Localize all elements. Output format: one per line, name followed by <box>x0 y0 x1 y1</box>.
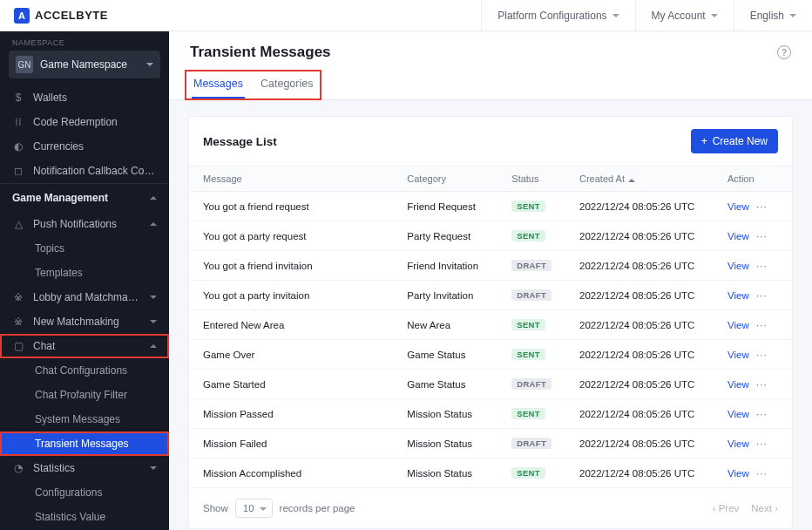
sidebar-item-statistics-value[interactable]: Statistics Value <box>0 505 169 529</box>
bell-icon: △ <box>12 218 24 230</box>
sidebar-item-code-redemption[interactable]: ⁞⁞Code Redemption <box>0 110 169 134</box>
cell-message: Game Over <box>189 340 393 370</box>
row-menu-icon[interactable]: ··· <box>754 290 769 301</box>
row-menu-icon[interactable]: ··· <box>754 409 769 419</box>
sidebar-item-statistics[interactable]: ◔Statistics <box>0 456 169 480</box>
row-menu-icon[interactable]: ··· <box>754 201 769 212</box>
sidebar-item-stats-configurations[interactable]: Configurations <box>0 480 169 505</box>
cell-created: 2022/12/24 08:05:26 UTC <box>565 459 714 488</box>
cell-status: DRAFT <box>497 429 565 459</box>
view-link[interactable]: View <box>727 468 749 479</box>
records-label: records per page <box>280 503 355 513</box>
tab-categories[interactable]: Categories <box>259 73 315 99</box>
cell-action: View ··· <box>714 221 792 251</box>
cell-status: SENT <box>497 459 565 488</box>
table-row: Entered New AreaNew AreaSENT2022/12/24 0… <box>189 310 792 340</box>
view-link[interactable]: View <box>727 261 749 271</box>
page-size-select[interactable]: 10 <box>235 499 273 518</box>
cell-category: Game Status <box>393 370 497 399</box>
sidebar-item-notif-callback[interactable]: ◻Notification Callback Config... <box>0 159 169 183</box>
sidebar-item-push-notifications[interactable]: △Push Notifications <box>0 212 169 236</box>
sort-asc-icon <box>628 179 635 182</box>
cell-category: Friend Request <box>393 192 497 221</box>
sidebar-item-chat[interactable]: ▢Chat <box>0 334 169 358</box>
nav-language[interactable]: English <box>734 0 812 31</box>
table-row: You got a friend invitaionFriend Invitat… <box>189 251 792 281</box>
cell-action: View ··· <box>714 310 792 340</box>
create-new-button[interactable]: +Create New <box>691 129 778 153</box>
chevron-up-icon <box>150 196 157 200</box>
help-icon[interactable]: ? <box>777 45 791 59</box>
col-message: Message <box>189 166 393 192</box>
card-title: Message List <box>203 135 277 148</box>
prev-page[interactable]: ‹ Prev <box>713 503 740 513</box>
namespace-badge: GN <box>16 56 33 73</box>
cell-message: Mission Passed <box>189 399 393 429</box>
col-category: Category <box>393 166 497 192</box>
col-status: Status <box>497 166 565 192</box>
view-link[interactable]: View <box>727 438 749 449</box>
nav-platform-configurations[interactable]: Platform Configurations <box>481 0 634 31</box>
nav-my-account[interactable]: My Account <box>635 0 734 31</box>
bell-icon: ◻ <box>12 165 24 177</box>
table-row: Mission FailedMission StatusDRAFT2022/12… <box>189 429 792 459</box>
cell-category: Mission Status <box>393 399 497 429</box>
row-menu-icon[interactable]: ··· <box>754 438 769 449</box>
view-link[interactable]: View <box>727 231 749 241</box>
cell-created: 2022/12/24 08:05:26 UTC <box>565 429 714 459</box>
sidebar-item-templates[interactable]: Templates <box>0 261 169 285</box>
sidebar-item-topics[interactable]: Topics <box>0 236 169 261</box>
view-link[interactable]: View <box>727 379 749 390</box>
col-created-at[interactable]: Created At <box>565 166 714 192</box>
chevron-down-icon <box>711 14 718 17</box>
table-row: Mission AccomplishedMission StatusSENT20… <box>189 459 792 488</box>
chevron-up-icon <box>150 222 157 226</box>
col-action: Action <box>714 166 792 192</box>
sidebar-item-currencies[interactable]: ◐Currencies <box>0 134 169 159</box>
cell-status: SENT <box>497 399 565 429</box>
view-link[interactable]: View <box>727 201 749 212</box>
status-badge: SENT <box>511 349 545 360</box>
tab-messages[interactable]: Messages <box>192 73 245 99</box>
cell-message: You got a friend invitaion <box>189 251 393 281</box>
cell-action: View ··· <box>714 370 792 399</box>
view-link[interactable]: View <box>727 320 749 330</box>
sidebar-item-lobby-matchmaking[interactable]: ※Lobby and Matchmaking <box>0 285 169 309</box>
cell-message: Mission Failed <box>189 429 393 459</box>
sidebar-item-transient-messages[interactable]: Transient Messages <box>0 431 169 456</box>
lobby-icon: ※ <box>12 291 24 303</box>
row-menu-icon[interactable]: ··· <box>754 350 769 360</box>
table-row: Game OverGame StatusSENT2022/12/24 08:05… <box>189 340 792 370</box>
view-link[interactable]: View <box>727 350 749 360</box>
sidebar-section-game-management[interactable]: Game Management <box>0 183 169 212</box>
cell-category: Mission Status <box>393 429 497 459</box>
main-content: Transient Messages ? Messages Categories… <box>169 31 812 530</box>
row-menu-icon[interactable]: ··· <box>754 261 769 271</box>
cell-message: You got a party invitaion <box>189 281 393 310</box>
show-label: Show <box>203 503 228 513</box>
chevron-down-icon <box>150 296 157 299</box>
sidebar-item-chat-profanity-filter[interactable]: Chat Profanity Filter <box>0 383 169 407</box>
status-badge: SENT <box>511 467 545 479</box>
row-menu-icon[interactable]: ··· <box>754 231 769 241</box>
view-link[interactable]: View <box>727 290 749 301</box>
sidebar-item-wallets[interactable]: $Wallets <box>0 85 169 110</box>
row-menu-icon[interactable]: ··· <box>754 468 769 479</box>
table-row: Mission PassedMission StatusSENT2022/12/… <box>189 399 792 429</box>
sidebar-item-system-messages[interactable]: System Messages <box>0 407 169 431</box>
chevron-down-icon <box>150 466 157 470</box>
sidebar-item-chat-configurations[interactable]: Chat Configurations <box>0 358 169 383</box>
logo-text: ACCELBYTE <box>35 9 108 22</box>
sidebar-item-new-matchmaking[interactable]: ※New Matchmaking <box>0 309 169 334</box>
row-menu-icon[interactable]: ··· <box>754 379 769 390</box>
cell-message: You got a friend request <box>189 192 393 221</box>
namespace-selector[interactable]: GN Game Namespace <box>9 51 160 78</box>
chat-icon: ▢ <box>12 340 24 352</box>
table-row: You got a party invitaionParty Invitatio… <box>189 281 792 310</box>
status-badge: DRAFT <box>511 260 551 271</box>
next-page[interactable]: Next › <box>751 503 778 513</box>
chevron-down-icon <box>150 320 157 323</box>
row-menu-icon[interactable]: ··· <box>754 320 769 330</box>
status-badge: DRAFT <box>511 378 551 390</box>
view-link[interactable]: View <box>727 409 749 419</box>
